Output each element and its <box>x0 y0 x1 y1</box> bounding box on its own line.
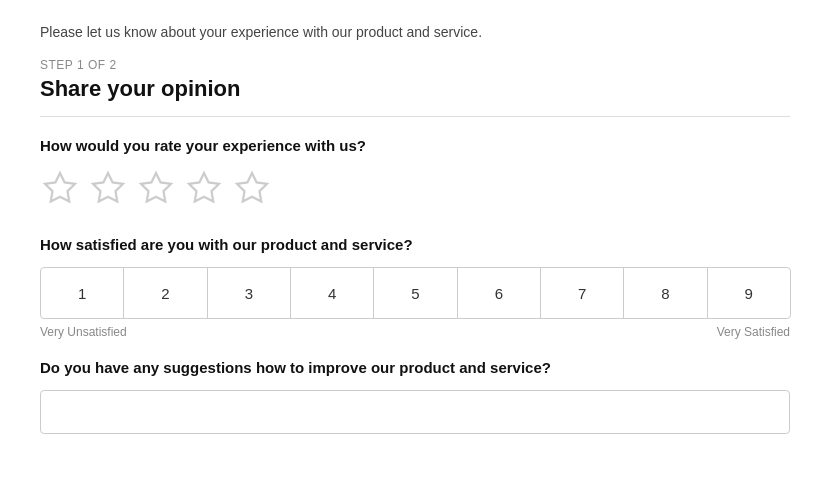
star-4[interactable] <box>184 168 224 208</box>
step-label: STEP 1 OF 2 <box>40 58 790 72</box>
star-1[interactable] <box>40 168 80 208</box>
section-divider <box>40 116 790 117</box>
nps-button-1[interactable]: 1 <box>40 267 124 319</box>
svg-marker-1 <box>93 173 123 202</box>
svg-marker-4 <box>237 173 267 202</box>
star-5[interactable] <box>232 168 272 208</box>
svg-marker-3 <box>189 173 219 202</box>
star-3[interactable] <box>136 168 176 208</box>
svg-marker-0 <box>45 173 75 202</box>
star-rating-label: How would you rate your experience with … <box>40 137 790 154</box>
page-title: Share your opinion <box>40 76 790 102</box>
page-container: Please let us know about your experience… <box>0 0 830 464</box>
nps-button-8[interactable]: 8 <box>623 267 707 319</box>
nps-button-7[interactable]: 7 <box>540 267 624 319</box>
nps-button-5[interactable]: 5 <box>373 267 457 319</box>
nps-button-2[interactable]: 2 <box>123 267 207 319</box>
star-2[interactable] <box>88 168 128 208</box>
suggestions-input[interactable] <box>40 390 790 434</box>
nps-button-6[interactable]: 6 <box>457 267 541 319</box>
nps-high-label: Very Satisfied <box>717 325 790 339</box>
suggestions-section: Do you have any suggestions how to impro… <box>40 359 790 434</box>
intro-text: Please let us know about your experience… <box>40 20 790 40</box>
star-rating-section: How would you rate your experience with … <box>40 137 790 208</box>
nps-low-label: Very Unsatisfied <box>40 325 127 339</box>
svg-marker-2 <box>141 173 171 202</box>
nps-buttons-group: 1 2 3 4 5 6 7 8 9 <box>40 267 790 319</box>
nps-button-4[interactable]: 4 <box>290 267 374 319</box>
nps-label: How satisfied are you with our product a… <box>40 236 790 253</box>
nps-scale-labels: Very Unsatisfied Very Satisfied <box>40 325 790 339</box>
nps-button-3[interactable]: 3 <box>207 267 291 319</box>
star-rating-group <box>40 168 790 208</box>
nps-section: How satisfied are you with our product a… <box>40 236 790 339</box>
nps-button-9[interactable]: 9 <box>707 267 791 319</box>
suggestions-label: Do you have any suggestions how to impro… <box>40 359 790 376</box>
